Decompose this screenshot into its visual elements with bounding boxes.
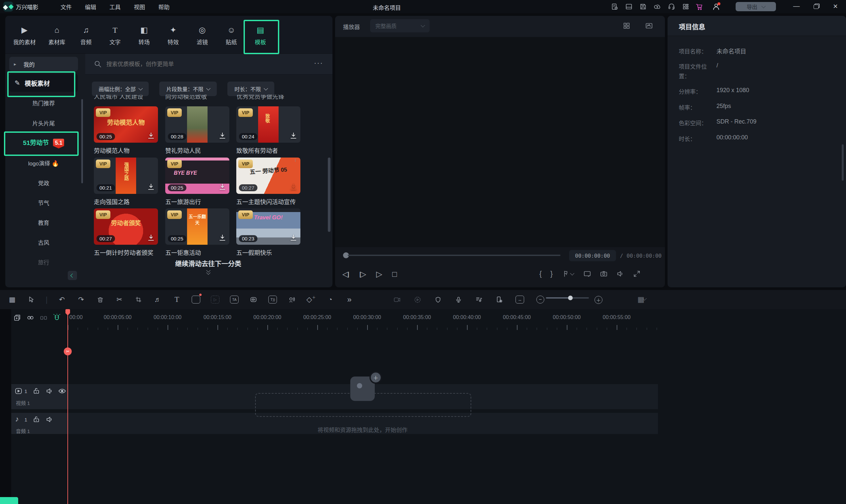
template-thumbnail[interactable]: 致敬 VIP 00:24 [236,106,300,143]
template-thumbnail[interactable]: 劳动模范人物 VIP 00:25 [94,106,158,143]
keyframe-icon[interactable]: ◇＋ [306,294,316,305]
sidebar-item-logo[interactable]: logo演绎 🔥 [9,157,78,170]
mask-tool-icon[interactable] [191,294,201,305]
tab-templates[interactable]: ▤模板 [246,25,275,46]
search-input[interactable] [106,57,292,72]
zoom-in-icon[interactable]: ＋ [594,295,603,305]
content-scrollbar[interactable] [328,158,331,232]
video-mute-icon[interactable] [46,387,54,395]
video-lock-icon[interactable] [32,387,40,395]
quick-text-button[interactable]: T [172,294,182,305]
menu-view[interactable]: 视图 [134,3,145,11]
template-card[interactable]: Travel GO! VIP 00:23 五一假期快乐 [236,209,302,257]
layout-icon[interactable] [625,3,633,10]
template-thumbnail[interactable]: 五一 劳动节 05 ··· VIP 00:27 [236,158,300,194]
video-effect-icon[interactable] [392,294,402,305]
player-layout-icon[interactable] [622,22,631,30]
unlink-clips-icon[interactable] [40,314,48,322]
template-card[interactable]: BYE BYE VIP 00:25 五一旅游出行 [165,158,231,206]
tab-audio[interactable]: ♫音频 [71,25,101,46]
screen-record-icon[interactable] [494,294,504,305]
template-card[interactable]: 劳动模范人物 VIP 00:25 劳动模范人物 [94,106,160,155]
save-icon[interactable] [639,3,647,10]
menu-tools[interactable]: 工具 [109,3,121,11]
window-close-button[interactable]: × [833,2,838,11]
audio-lock-icon[interactable] [32,415,40,424]
template-card[interactable]: 致敬 VIP 00:24 致敬所有劳动者 [236,106,302,155]
clipped-title[interactable]: 优秀党员争做先锋 [236,95,284,100]
audio-denoise-icon[interactable] [248,294,259,305]
zoom-out-icon[interactable]: − [535,294,545,305]
previous-frame-button[interactable]: ◁| [342,270,349,279]
download-icon[interactable] [218,131,227,140]
window-minimize-button[interactable]: — [793,2,800,10]
more-tools-icon[interactable]: » [345,294,354,305]
delete-button[interactable] [95,294,105,305]
volume-icon[interactable] [616,270,624,278]
speech-to-text-icon[interactable]: T)) [268,294,278,305]
voice-changer-icon[interactable] [287,294,297,305]
download-icon[interactable] [147,183,155,191]
template-thumbnail[interactable]: VIP 00:28 [165,106,229,143]
video-visibility-icon[interactable] [58,387,66,395]
scopes-icon[interactable] [645,22,653,30]
redo-button[interactable]: ↷ [76,294,86,305]
sidebar-scrollbar[interactable] [81,99,83,183]
current-timecode[interactable]: 00:00:00:00 [569,250,616,261]
template-thumbnail[interactable]: 劳动者颁奖 VIP 00:27 [94,209,158,245]
window-maximize-button[interactable] [814,5,818,9]
filter-duration[interactable]: 时长：不限 [227,82,274,96]
render-preview-icon[interactable] [412,294,422,305]
tab-filters[interactable]: ◎滤镜 [188,25,217,46]
template-thumbnail[interactable]: 五一乐翻天 VIP 00:25 [165,209,229,245]
motion-track-icon[interactable]: ▷ [210,294,220,305]
template-thumbnail[interactable]: BYE BYE VIP 00:25 [165,158,229,194]
snap-magnet-icon[interactable] [53,314,61,322]
sidebar-item-intro-outro[interactable]: 片头片尾 [9,118,78,130]
project-settings-icon[interactable] [611,3,618,10]
audio-mute-icon[interactable] [46,415,54,424]
layout-presets-icon[interactable]: ▦ [7,294,17,305]
more-options-icon[interactable]: ··· [314,59,323,67]
sidebar-item-ancient[interactable]: 古风 [9,237,78,249]
menu-file[interactable]: 文件 [60,3,72,11]
playhead-handle[interactable] [66,309,70,313]
tab-stock-library[interactable]: ⌂素材库 [42,25,71,46]
mark-in-button[interactable]: { [539,270,542,278]
export-button[interactable]: 导出 [736,2,776,11]
split-scissors-button[interactable]: ✂ [114,294,124,305]
account-icon[interactable] [712,3,720,11]
cart-icon[interactable] [695,3,703,11]
download-icon[interactable] [147,131,155,140]
select-tool-icon[interactable] [27,294,36,305]
tab-effects[interactable]: ✦特效 [159,25,188,46]
text-to-speech-icon[interactable]: TA [229,294,239,305]
audio-list-icon[interactable] [474,294,484,305]
next-frame-button[interactable]: |▷ [359,270,366,279]
undo-button[interactable]: ↶ [57,294,67,305]
sidebar-item-labor-day[interactable]: 51劳动节 5.1 [9,137,78,149]
download-icon[interactable] [218,183,227,191]
add-media-plus-icon[interactable]: ＋ [369,371,382,384]
template-card[interactable]: 强国之路 VIP 00:21 走向强国之路 [94,158,160,206]
speed-icon[interactable]: ◔ [325,294,335,305]
quality-dropdown[interactable]: 完整画质 [370,19,429,32]
tab-transitions[interactable]: ◧转场 [129,25,159,46]
apps-grid-icon[interactable] [682,3,689,10]
stop-button[interactable]: □ [392,270,397,279]
tab-my-media[interactable]: ▶我的素材 [6,25,42,46]
play-button[interactable]: ▷ [376,270,382,279]
template-card[interactable]: 五一 劳动节 05 ··· VIP 00:27 五一主题快闪活动宣传 [236,158,302,206]
sidebar-item-mine[interactable]: ▸ 我的 [9,57,78,71]
tab-text[interactable]: T文字 [101,25,129,46]
helper-accent-block[interactable] [0,497,18,504]
sidebar-item-hot[interactable]: 热门推荐 [9,97,78,110]
add-to-timeline-icon[interactable] [13,314,21,322]
fit-timeline-icon[interactable]: ↔ [515,294,525,305]
mark-out-button[interactable]: } [550,270,552,278]
filter-clip-count[interactable]: 片段数量：不限 [159,82,217,96]
fullscreen-icon[interactable] [633,270,641,278]
snapshot-camera-icon[interactable] [600,270,608,278]
marker-flag-icon[interactable] [433,294,443,305]
link-clips-icon[interactable] [27,314,34,322]
